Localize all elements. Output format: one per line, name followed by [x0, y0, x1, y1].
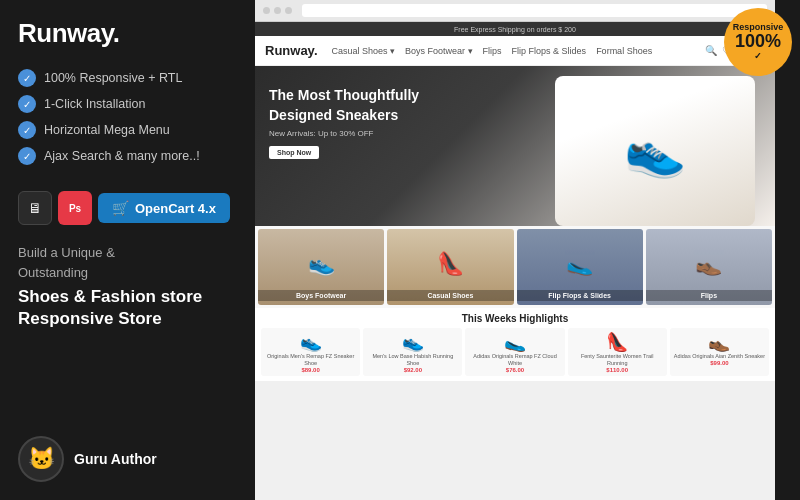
promo-bar: Free Express Shipping on orders $ 200 — [454, 26, 576, 33]
highlight-item-3[interactable]: 🥿 Adidas Originals Remap FZ Cloud White … — [465, 328, 564, 376]
responsive-badge: Responsive 100% ✓ — [724, 8, 792, 76]
highlight-item-1[interactable]: 👟 Originals Men's Remap FZ Sneaker Shoe … — [261, 328, 360, 376]
feature-label: Horizontal Mega Menu — [44, 123, 170, 137]
highlight-shoe-icon: 👞 — [673, 331, 766, 353]
store-logo: Runway. — [265, 43, 318, 58]
category-label: Flip Flops & Slides — [517, 290, 643, 301]
browser-url-bar — [302, 4, 767, 17]
category-shoe-icon: 👟 — [308, 251, 335, 277]
feature-label: 1-Click Installation — [44, 97, 145, 111]
category-label: Flips — [646, 290, 772, 301]
hero-text: The Most Thoughtfully Designed Sneakers … — [269, 86, 429, 159]
category-casual-shoes[interactable]: 👠 Casual Shoes — [387, 229, 513, 305]
store-nav: Casual Shoes ▾ Boys Footwear ▾ Flips Fli… — [332, 46, 692, 56]
highlight-shoe-icon: 🥿 — [468, 331, 561, 353]
hero-subtitle: New Arrivals: Up to 30% OFF — [269, 129, 429, 138]
opencart-button[interactable]: 🛒 OpenCart 4.x — [98, 193, 230, 223]
feature-label: 100% Responsive + RTL — [44, 71, 182, 85]
highlight-name: Originals Men's Remap FZ Sneaker Shoe — [264, 353, 357, 367]
check-icon: ✓ — [18, 69, 36, 87]
hero-section: 👟 The Most Thoughtfully Designed Sneaker… — [255, 66, 775, 226]
highlight-price: $89.00 — [264, 367, 357, 373]
tagline: Build a Unique &Outstanding — [18, 243, 237, 282]
highlight-item-2[interactable]: 👟 Men's Low Base Habish Running Shoe $92… — [363, 328, 462, 376]
feature-label: Ajax Search & many more..! — [44, 149, 200, 163]
highlight-item-4[interactable]: 👠 Fenty Saunterite Women Trail Running $… — [568, 328, 667, 376]
browser-dot-3 — [285, 7, 292, 14]
opencart-btn-area: 🖥 Ps 🛒 OpenCart 4.x — [18, 191, 237, 225]
highlight-name: Men's Low Base Habish Running Shoe — [366, 353, 459, 367]
hero-title: The Most Thoughtfully Designed Sneakers — [269, 86, 429, 125]
brand-logo: Runway. — [18, 18, 237, 49]
opencart-label: OpenCart 4.x — [135, 201, 216, 216]
store-header: Runway. Casual Shoes ▾ Boys Footwear ▾ F… — [255, 36, 775, 66]
badge-line3: ✓ — [754, 52, 762, 61]
hero-cta-button[interactable]: Shop Now — [269, 146, 319, 159]
highlight-price: $92.00 — [366, 367, 459, 373]
browser-bar — [255, 0, 775, 22]
highlights-title: This Weeks Highlights — [261, 313, 769, 324]
highlight-name: Adidas Originals Remap FZ Cloud White — [468, 353, 561, 367]
nav-item-boys[interactable]: Boys Footwear ▾ — [405, 46, 473, 56]
photoshop-icon: Ps — [58, 191, 92, 225]
nav-item-flipflops[interactable]: Flip Flops & Slides — [512, 46, 587, 56]
category-label: Boys Footwear — [258, 290, 384, 301]
preview-panel: Free Express Shipping on orders $ 200 Ru… — [255, 0, 775, 500]
highlight-shoe-icon: 👠 — [571, 331, 664, 353]
check-icon: ✓ — [18, 95, 36, 113]
highlight-price: $76.00 — [468, 367, 561, 373]
left-panel: Runway. ✓ 100% Responsive + RTL ✓ 1-Clic… — [0, 0, 255, 500]
feature-item: ✓ 1-Click Installation — [18, 95, 237, 113]
highlight-shoe-icon: 👟 — [366, 331, 459, 353]
feature-item: ✓ Horizontal Mega Menu — [18, 121, 237, 139]
hero-shoe-image: 👟 — [555, 76, 755, 226]
feature-item: ✓ Ajax Search & many more..! — [18, 147, 237, 165]
author-avatar: 🐱 — [18, 436, 64, 482]
check-icon: ✓ — [18, 121, 36, 139]
cart-icon: 🛒 — [112, 200, 129, 216]
highlight-price: $99.00 — [673, 360, 766, 366]
highlights-grid: 👟 Originals Men's Remap FZ Sneaker Shoe … — [261, 328, 769, 376]
category-label: Casual Shoes — [387, 290, 513, 301]
highlight-item-5[interactable]: 👞 Adidas Originals Aian Zenith Sneaker $… — [670, 328, 769, 376]
nav-item-formal[interactable]: Formal Shoes — [596, 46, 652, 56]
category-strip: 👟 Boys Footwear 👠 Casual Shoes 🥿 Flip Fl… — [255, 226, 775, 308]
highlights-section: This Weeks Highlights 👟 Originals Men's … — [255, 308, 775, 381]
browser-dot-1 — [263, 7, 270, 14]
browser-dot-2 — [274, 7, 281, 14]
highlight-price: $110.00 — [571, 367, 664, 373]
check-icon: ✓ — [18, 147, 36, 165]
category-shoe-icon: 👞 — [695, 251, 722, 277]
highlight-name: Fenty Saunterite Women Trail Running — [571, 353, 664, 367]
highlight-shoe-icon: 👟 — [264, 331, 357, 353]
features-list: ✓ 100% Responsive + RTL ✓ 1-Click Instal… — [18, 69, 237, 173]
highlight-name: Adidas Originals Aian Zenith Sneaker — [673, 353, 766, 360]
category-shoe-icon: 👠 — [437, 251, 464, 277]
badge-line2: 100% — [735, 32, 781, 52]
category-shoe-icon: 🥿 — [566, 251, 593, 277]
feature-item: ✓ 100% Responsive + RTL — [18, 69, 237, 87]
category-flip-flops[interactable]: 🥿 Flip Flops & Slides — [517, 229, 643, 305]
search-icon[interactable]: 🔍 — [705, 45, 717, 56]
nav-item-casual[interactable]: Casual Shoes ▾ — [332, 46, 396, 56]
author-name: Guru Author — [74, 451, 157, 467]
author-area: 🐱 Guru Author — [18, 436, 237, 500]
category-flips[interactable]: 👞 Flips — [646, 229, 772, 305]
category-boys-footwear[interactable]: 👟 Boys Footwear — [258, 229, 384, 305]
nav-item-flips[interactable]: Flips — [483, 46, 502, 56]
monitor-icon: 🖥 — [18, 191, 52, 225]
store-title: Shoes & Fashion storeResponsive Store — [18, 286, 237, 330]
